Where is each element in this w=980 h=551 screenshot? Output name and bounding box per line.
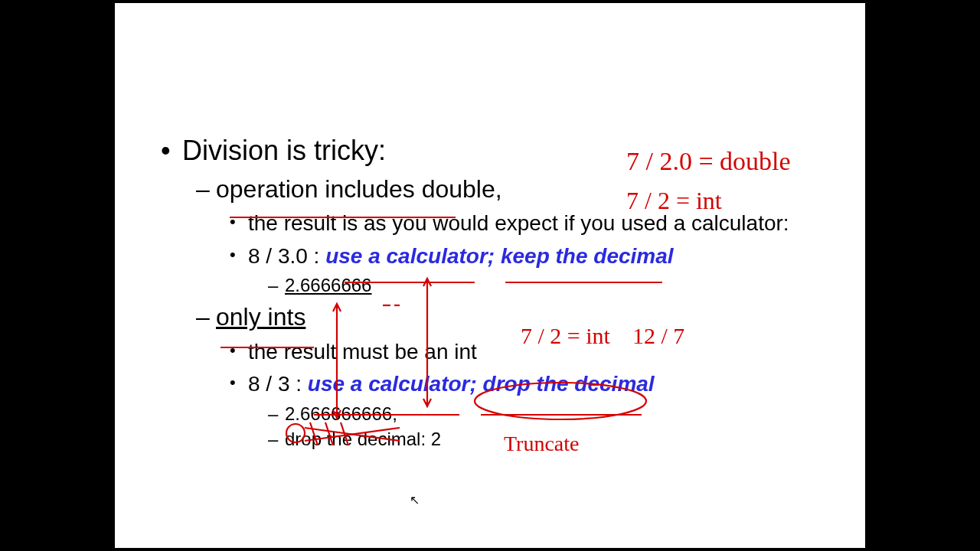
sub1-point2: 8 / 3.0 : use a calculator; keep the dec…: [230, 243, 850, 298]
annot-top-right-2: 7 / 2 = int: [626, 188, 722, 213]
annot-mid-right-2: 12 / 7: [632, 324, 684, 347]
sub2-point2-prefix: 8 / 3 :: [248, 372, 308, 396]
annot-top-right-1: 7 / 2.0 = double: [626, 148, 791, 174]
sub2-result1-text: 2.666666666,: [285, 403, 397, 424]
sub1-heading-text: operation includes double,: [216, 175, 502, 203]
sub2-heading-text: only ints: [216, 303, 305, 331]
sub1-point2-prefix: 8 / 3.0 :: [248, 244, 325, 268]
sub2-point2-blue1: use a calculator;: [308, 372, 483, 396]
mouse-cursor-icon: ↖: [410, 493, 420, 507]
bullet-title: Division is tricky: operation includes d…: [161, 133, 850, 451]
sub1-heading: operation includes double, the result is…: [196, 174, 850, 298]
slide-area: Division is tricky: operation includes d…: [115, 3, 865, 548]
sub1-point2-blue: use a calculator; keep the decimal: [325, 244, 673, 268]
annot-mid-right-1: 7 / 2 = int: [521, 324, 610, 347]
sub2-point2-blue2: drop the decimal: [483, 372, 655, 396]
sub2-point1-text: the result must be an int: [248, 340, 477, 364]
slide-content: Division is tricky: operation includes d…: [161, 133, 850, 451]
title-text: Division is tricky:: [182, 135, 386, 166]
sub1-result-text: 2.6666666: [285, 275, 371, 295]
annot-truncate: Truncate: [504, 433, 580, 455]
sub1-point1-text: the result is as you would expect if you…: [248, 211, 789, 235]
sub1-point1: the result is as you would expect if you…: [230, 210, 850, 237]
sub1-result: 2.6666666: [268, 273, 850, 297]
sub2-result2-text: drop the decimal: 2: [285, 429, 441, 449]
sub2-result1: 2.666666666,: [268, 402, 850, 425]
